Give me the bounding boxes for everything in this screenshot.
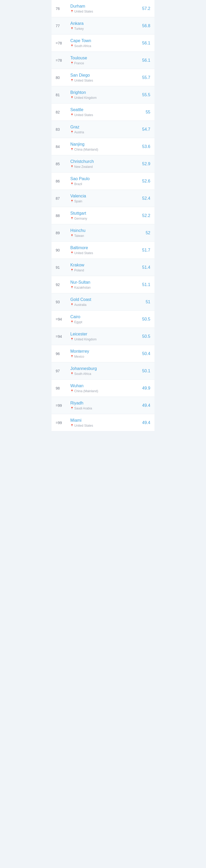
- rank-value: 93: [56, 300, 68, 304]
- score-value: 52.6: [140, 179, 150, 184]
- score-value: 51.7: [140, 248, 150, 253]
- city-info: Wuhan 📍 China (Mainland): [68, 383, 140, 393]
- rank-value: =99: [56, 403, 68, 408]
- country-wrapper: 📍 Mexico: [70, 355, 140, 359]
- table-row: =78 Cape Town 📍 South Africa 56.1: [52, 34, 154, 52]
- country-name: Spain: [74, 199, 82, 203]
- country-wrapper: 📍 Brazil: [70, 182, 140, 186]
- city-name: Krakow: [70, 262, 140, 268]
- country-wrapper: 📍 Poland: [70, 269, 140, 272]
- city-info: Krakow 📍 Poland: [68, 262, 140, 272]
- country-name: Saudi Arabia: [74, 407, 92, 410]
- city-name: Baltimore: [70, 245, 140, 251]
- score-value: 49.4: [140, 403, 150, 408]
- city-name: Brighton: [70, 90, 140, 95]
- table-row: 87 Valencia 📍 Spain 52.4: [52, 190, 154, 207]
- location-icon: 📍: [70, 286, 73, 289]
- rankings-table: 76 Durham 📍 United States 57.2 77 Ankara…: [52, 0, 154, 431]
- score-value: 49.9: [140, 386, 150, 391]
- city-info: Leicester 📍 United Kingdom: [68, 332, 140, 341]
- rank-value: =94: [56, 334, 68, 339]
- rank-value: 77: [56, 24, 68, 28]
- score-value: 51.4: [140, 265, 150, 270]
- country-wrapper: 📍 Austria: [70, 130, 140, 134]
- city-info: Gold Coast 📍 Australia: [68, 297, 140, 307]
- country-name: Taiwan: [74, 234, 84, 238]
- rank-value: 96: [56, 352, 68, 356]
- rank-value: 97: [56, 369, 68, 373]
- country-wrapper: 📍 United Kingdom: [70, 338, 140, 341]
- score-value: 52: [140, 230, 150, 235]
- score-value: 53.6: [140, 144, 150, 149]
- table-row: 80 San Diego 📍 United States 55.7: [52, 69, 154, 86]
- table-row: 84 Nanjing 📍 China (Mainland) 53.6: [52, 138, 154, 155]
- country-name: France: [74, 61, 84, 65]
- table-row: 77 Ankara 📍 Turkey 56.8: [52, 17, 154, 34]
- table-row: 98 Wuhan 📍 China (Mainland) 49.9: [52, 380, 154, 397]
- city-name: Toulouse: [70, 55, 140, 61]
- city-name: San Diego: [70, 73, 140, 78]
- rank-value: =78: [56, 58, 68, 62]
- score-value: 52.4: [140, 196, 150, 201]
- city-info: Johannesburg 📍 South Africa: [68, 366, 140, 376]
- country-name: United States: [74, 113, 93, 117]
- country-wrapper: 📍 United States: [70, 251, 140, 255]
- score-value: 56.8: [140, 24, 150, 28]
- location-icon: 📍: [70, 234, 73, 237]
- country-name: Brazil: [74, 182, 82, 186]
- rank-value: =99: [56, 421, 68, 425]
- location-icon: 📍: [70, 148, 73, 151]
- city-name: Nur-Sultan: [70, 280, 140, 285]
- city-info: Riyadh 📍 Saudi Arabia: [68, 401, 140, 410]
- score-value: 50.4: [140, 351, 150, 356]
- city-name: Wuhan: [70, 383, 140, 389]
- table-row: 93 Gold Coast 📍 Australia 51: [52, 293, 154, 311]
- table-row: =94 Leicester 📍 United Kingdom 50.5: [52, 328, 154, 345]
- table-row: =99 Miami 📍 United States 49.4: [52, 414, 154, 431]
- city-info: Stuttgart 📍 Germany: [68, 211, 140, 220]
- city-name: Hsinchu: [70, 228, 140, 234]
- city-name: Leicester: [70, 332, 140, 337]
- table-row: 86 Sao Paulo 📍 Brazil 52.6: [52, 173, 154, 190]
- rank-value: 84: [56, 145, 68, 149]
- country-name: United Kingdom: [74, 96, 96, 100]
- rank-value: 91: [56, 266, 68, 270]
- city-name: Gold Coast: [70, 297, 140, 303]
- table-row: =99 Riyadh 📍 Saudi Arabia 49.4: [52, 397, 154, 414]
- city-info: Baltimore 📍 United States: [68, 245, 140, 255]
- country-wrapper: 📍 China (Mainland): [70, 389, 140, 393]
- score-value: 57.2: [140, 6, 150, 11]
- table-row: 83 Graz 📍 Austria 54.7: [52, 121, 154, 138]
- rank-value: 85: [56, 162, 68, 166]
- score-value: 51.1: [140, 282, 150, 287]
- rank-value: 92: [56, 283, 68, 287]
- location-icon: 📍: [70, 251, 73, 254]
- city-info: Toulouse 📍 France: [68, 55, 140, 65]
- location-icon: 📍: [70, 79, 73, 82]
- score-value: 52.2: [140, 213, 150, 218]
- country-wrapper: 📍 South Africa: [70, 372, 140, 376]
- city-name: Monterrey: [70, 349, 140, 354]
- table-row: 81 Brighton 📍 United Kingdom 55.5: [52, 86, 154, 103]
- rank-value: 83: [56, 127, 68, 131]
- country-name: Austria: [74, 130, 84, 134]
- location-icon: 📍: [70, 424, 73, 427]
- location-icon: 📍: [70, 303, 73, 306]
- country-name: China (Mainland): [74, 389, 98, 393]
- location-icon: 📍: [70, 10, 73, 13]
- country-name: Australia: [74, 303, 87, 307]
- city-name: Seattle: [70, 107, 140, 113]
- location-icon: 📍: [70, 217, 73, 220]
- score-value: 56.1: [140, 41, 150, 45]
- city-name: Riyadh: [70, 401, 140, 406]
- table-row: =94 Cairo 📍 Egypt 50.5: [52, 311, 154, 328]
- country-wrapper: 📍 China (Mainland): [70, 148, 140, 151]
- country-wrapper: 📍 Saudi Arabia: [70, 407, 140, 410]
- score-value: 55: [140, 110, 150, 115]
- location-icon: 📍: [70, 390, 73, 393]
- rank-value: 89: [56, 231, 68, 235]
- table-row: 92 Nur-Sultan 📍 Kazakhstan 51.1: [52, 276, 154, 293]
- country-name: Poland: [74, 269, 84, 272]
- country-name: Germany: [74, 217, 87, 220]
- country-wrapper: 📍 United States: [70, 79, 140, 82]
